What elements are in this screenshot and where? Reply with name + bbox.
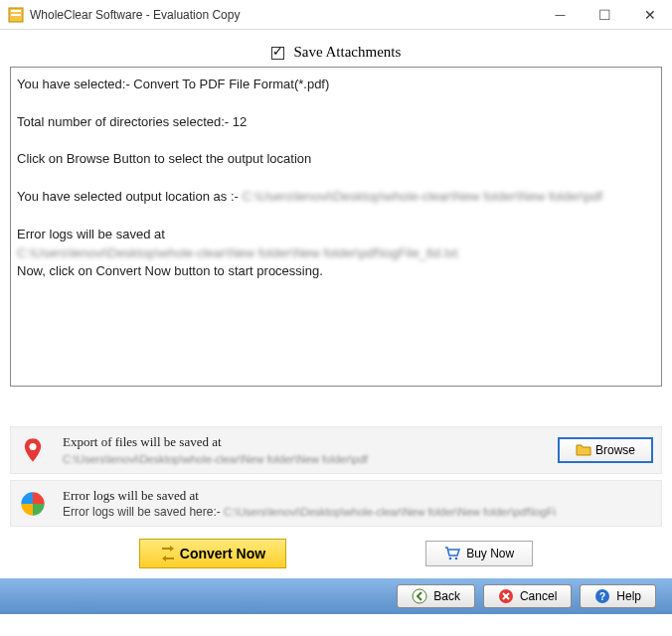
window-title: WholeClear Software - Evaluation Copy [30, 8, 538, 22]
svg-point-4 [449, 557, 452, 560]
error-path-line: Error logs will be saved here:- C:\Users… [63, 505, 556, 519]
log-line: C:\Users\lenovi\Desktop\whole-clear\New … [17, 244, 655, 263]
error-label: Error logs will be saved at [63, 487, 653, 505]
log-line: Total number of directories selected:- 1… [17, 113, 655, 132]
back-icon [412, 588, 427, 604]
svg-point-5 [455, 557, 458, 560]
log-line: Click on Browse Button to select the out… [17, 150, 655, 169]
log-line: Error logs will be saved at [17, 226, 655, 244]
titlebar: WholeClear Software - Evaluation Copy ─ … [0, 0, 672, 30]
error-log-row: Error logs will be saved at Error logs w… [10, 480, 662, 528]
save-attachments-label: Save Attachments [293, 44, 401, 60]
back-button[interactable]: Back [397, 584, 475, 608]
svg-rect-2 [11, 14, 21, 16]
svg-rect-1 [11, 10, 21, 12]
pie-icon [19, 490, 47, 518]
app-icon [8, 7, 24, 23]
action-row: Convert Now Buy Now [10, 533, 662, 578]
save-attachments-row: Save Attachments [10, 34, 662, 67]
buy-now-button[interactable]: Buy Now [425, 541, 533, 566]
browse-button[interactable]: Browse [558, 437, 653, 463]
footer-bar: Back Cancel ? Help [0, 578, 672, 614]
log-line: You have selected output location as :- … [17, 188, 655, 207]
export-path: C:\Users\lenovi\Desktop\whole-clear\New … [63, 453, 368, 465]
svg-point-3 [30, 443, 37, 450]
log-output: You have selected:- Convert To PDF File … [10, 67, 662, 387]
cart-icon [444, 546, 460, 561]
minimize-button[interactable]: ─ [538, 0, 583, 29]
help-icon: ? [594, 588, 610, 604]
folder-icon [576, 442, 591, 458]
pin-icon [19, 436, 47, 464]
log-line: Now, click on Convert Now button to star… [17, 262, 655, 281]
save-attachments-checkbox[interactable] [271, 47, 284, 60]
close-button[interactable]: ✕ [627, 0, 672, 29]
cancel-button[interactable]: Cancel [483, 584, 572, 608]
help-button[interactable]: ? Help [580, 584, 656, 608]
convert-icon [160, 546, 176, 561]
export-location-row: Export of files will be saved at C:\User… [10, 426, 662, 474]
svg-text:?: ? [599, 591, 605, 602]
maximize-button[interactable]: ☐ [583, 0, 627, 29]
convert-now-button[interactable]: Convert Now [139, 539, 286, 568]
export-label: Export of files will be saved at [63, 433, 558, 451]
cancel-icon [498, 588, 514, 604]
log-line: You have selected:- Convert To PDF File … [17, 76, 655, 94]
svg-point-6 [413, 589, 426, 603]
